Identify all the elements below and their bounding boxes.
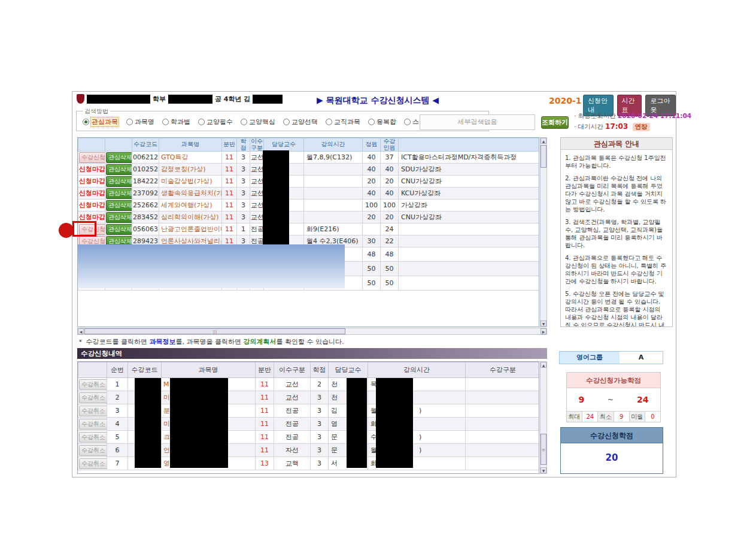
search-radio-관심과목[interactable]: 관심과목 (83, 117, 119, 126)
radio-button-icon[interactable] (326, 119, 332, 125)
enroll-cell: 40 (381, 164, 399, 176)
last-query-time: 2020-02-24 17:11:04 (618, 112, 691, 119)
remove-interest-button[interactable]: 관심삭제 (106, 212, 132, 223)
time-suffix: ) (419, 433, 421, 441)
scroll-left-arrow-icon[interactable]: ◀ (78, 328, 84, 334)
radio-button-icon[interactable] (241, 119, 247, 125)
name-cell[interactable]: GTQ특강 (159, 152, 222, 164)
enroll-cell: 100 (381, 200, 399, 211)
radio-button-icon[interactable] (126, 119, 133, 125)
ban-cell: 11 (256, 431, 274, 444)
radio-label: 교직과목 (334, 117, 360, 126)
last-query-status: · 최종조회시간 2020-02-24 17:11:04 (574, 112, 691, 120)
search-radio-융복합[interactable]: 융복합 (368, 117, 396, 126)
query-button[interactable]: 조회하기 (541, 116, 569, 129)
ban-cell: 11 (222, 152, 237, 164)
university-logo-icon (77, 94, 84, 104)
code-cell[interactable]: 2526623 (132, 200, 159, 211)
action-cell: 신청마감 (78, 188, 105, 200)
cancel-enrollment-button[interactable]: 수강취소 (79, 392, 107, 403)
search-radio-과목명[interactable]: 과목명 (126, 117, 154, 126)
interest-table-vertical-scrollbar[interactable]: ▲ ▼ (540, 137, 547, 327)
remove-interest-button[interactable]: 관심삭제 (106, 188, 132, 199)
remove-interest-button[interactable]: 관심삭제 (106, 164, 132, 175)
ban-cell: 11 (222, 188, 237, 200)
code-cell[interactable]: 0062123 (132, 152, 159, 164)
name-cell[interactable]: 생활속의응급처치(가상 (159, 188, 222, 200)
code-cell[interactable]: 2834523 (132, 211, 159, 223)
remove-interest-button[interactable]: 관심삭제 (106, 224, 132, 235)
remove-interest-button[interactable]: 관심삭제 (106, 176, 132, 187)
cancel-enrollment-button[interactable]: 수강취소 (79, 419, 107, 430)
detail-filter-box[interactable]: 세부검색없음 (420, 114, 535, 130)
enroll-cell: 22 (381, 235, 399, 247)
code-cell[interactable]: 0102523 (132, 164, 159, 176)
available-credits-title: 수강신청가능학점 (567, 373, 660, 388)
scroll-down-arrow-icon[interactable]: ▼ (541, 467, 546, 473)
action-cell: 신청마감 (78, 164, 105, 176)
remark-cell: KCU가상강좌 (399, 188, 540, 200)
name-cell[interactable]: 미술감상법(가상) (159, 176, 222, 188)
cancel-enrollment-button[interactable]: 수강취소 (79, 379, 107, 390)
apply-course-button[interactable]: 수강신청 (79, 152, 105, 163)
interest-table-horizontal-scrollbar[interactable]: ◀ ||| ▶ (77, 328, 547, 335)
radio-label: 융복합 (377, 117, 396, 126)
remove-cell: 관심삭제 (105, 152, 132, 164)
extend-button[interactable]: 연장 (633, 123, 650, 131)
time-cell: 월7,8,9(C132) (304, 152, 363, 164)
code-cell[interactable]: 0560631 (132, 223, 159, 235)
name-cell[interactable]: 심리학의이해(가상) (159, 211, 222, 223)
interest-guide-title: 관심과목 안내 (561, 138, 672, 150)
interest-course-row: 수강신청관심삭제0062123GTQ특강113교선월7,8,9(C132)403… (78, 152, 540, 164)
name-cell[interactable]: 세계와여행(가상) (159, 200, 222, 211)
itype-cell: 전공 (274, 404, 311, 418)
cancel-enrollment-button[interactable]: 수강취소 (79, 406, 107, 416)
itype-cell: 교선 (250, 188, 264, 200)
time-suffix: ) (419, 407, 421, 415)
code-cell[interactable]: 1842223 (132, 176, 159, 188)
redaction-box-code-column (135, 378, 161, 468)
cancel-enrollment-button[interactable]: 수강취소 (79, 445, 107, 456)
scroll-down-arrow-icon[interactable]: ▼ (541, 321, 546, 327)
interest-column-header: 학점 (237, 138, 250, 152)
scroll-up-arrow-icon[interactable]: ▲ (541, 362, 546, 368)
search-radio-학과별[interactable]: 학과별 (162, 117, 190, 126)
name-cell[interactable]: 난광고언론졸업반이다 (159, 223, 222, 235)
radio-button-icon[interactable] (404, 119, 411, 125)
radio-button-icon[interactable] (283, 119, 290, 125)
cancel-cell: 수강취소 (78, 378, 107, 391)
enrolled-table-vertical-scrollbar[interactable]: ▲ ≡ ▼ (540, 361, 547, 474)
scrollbar-thumb[interactable]: ≡ (541, 434, 546, 465)
scrollbar-thumb[interactable] (541, 145, 546, 168)
redaction-box (168, 95, 212, 104)
enrolled-column-header: 이수구분 (274, 362, 311, 378)
scrollbar-thumb[interactable]: ||| (84, 328, 345, 334)
remove-interest-button[interactable]: 관심삭제 (106, 200, 132, 211)
remove-interest-button[interactable]: 관심삭제 (106, 152, 132, 163)
registration-closed-label: 신청마감 (79, 189, 105, 197)
remark-cell: ICT활용마스터과정MD/자격증취득과정 (399, 152, 540, 164)
radio-label: 교양선택 (292, 117, 318, 126)
radio-button-icon[interactable] (83, 119, 89, 125)
quota-cell (363, 223, 381, 235)
search-radio-교양선택[interactable]: 교양선택 (283, 117, 318, 126)
radio-button-icon[interactable] (198, 119, 205, 125)
credit-cell: 3 (237, 211, 250, 223)
search-radio-교직과목[interactable]: 교직과목 (326, 117, 360, 126)
credit-cell: 3 (311, 418, 329, 431)
radio-button-icon[interactable] (162, 119, 169, 125)
cancel-enrollment-button[interactable]: 수강취소 (79, 458, 107, 469)
search-radio-교양핵심[interactable]: 교양핵심 (241, 117, 275, 126)
search-radio-교양필수[interactable]: 교양필수 (198, 117, 233, 126)
code-cell[interactable]: 2370923 (132, 188, 159, 200)
interest-course-row: 신청마감관심삭제2834523심리학의이해(가상)113교선2020CNU가상강… (78, 211, 540, 223)
interest-column-header: 이수구분 (250, 138, 264, 152)
remark-cell (399, 223, 540, 235)
cancel-enrollment-button[interactable]: 수강취소 (79, 432, 107, 443)
radio-button-icon[interactable] (368, 119, 375, 125)
scroll-right-arrow-icon[interactable]: ▶ (541, 328, 546, 334)
name-cell[interactable]: 감정코칭(가상) (159, 164, 222, 176)
stat-value: 24 (582, 412, 597, 422)
remark-cell (399, 247, 540, 262)
scroll-up-arrow-icon[interactable]: ▲ (541, 138, 546, 144)
